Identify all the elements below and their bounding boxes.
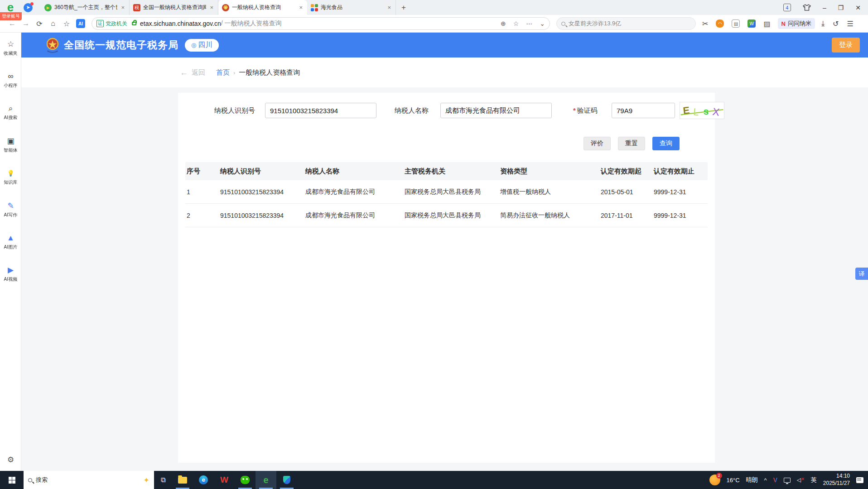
taskbar-app-explorer[interactable] [172,471,193,489]
ime-indicator[interactable]: 英 [811,476,817,484]
login-account-badge[interactable]: 登录账号 [0,12,22,20]
window-restore-button[interactable]: ❐ [838,4,844,11]
sidebar-item-knowledge[interactable]: 💡 知识库 [0,169,21,186]
volume-muted-icon[interactable]: ◁✕ [797,477,805,483]
taxpayer-id-input[interactable] [265,103,376,118]
tab-close-icon[interactable]: × [386,4,392,11]
query-button[interactable]: 查询 [652,137,680,150]
url-host: etax.sichuan.chinatax.gov.cn [140,20,221,27]
browser-toolbar: 登录账号 ← → ⟳ ⌂ ☆ AI 证 党政机关 etax.sichuan.ch… [0,15,868,33]
dropdown-chevron-icon[interactable]: ⌄ [540,20,545,27]
notification-center-icon[interactable] [856,477,863,483]
col-header-valid-from: 认定有效期起 [599,167,652,176]
bookmark-star-icon[interactable]: ☆ [513,20,519,27]
wps-extension-icon[interactable]: W [747,19,756,28]
browser-tab-bar: e ➤ ▶ 360导航_一个主页，整个世 × 税 全国一般纳税人资格查询网 × … [0,0,868,15]
reset-button[interactable]: 重置 [618,137,645,150]
sidebar-item-miniprogram[interactable]: ∞ 小程序 [0,72,21,89]
tab-tax-favicon: 税 [133,4,140,11]
geolocation-icon[interactable]: ⊕ [501,20,506,27]
ask-nano-button[interactable]: N 问问纳米 [778,18,815,29]
breadcrumb-home-link[interactable]: 首页 [216,68,230,77]
start-button[interactable] [0,471,24,489]
region-name: 四川 [198,40,212,50]
back-link[interactable]: 返回 [192,68,205,77]
tab-count-badge[interactable]: 4 [783,4,791,11]
folder-icon [178,477,187,484]
query-card: 纳税人识别号 纳税人名称 *验证码 E L s X 评价 重置 查询 [178,93,715,463]
weather-temp[interactable]: 16°C [727,477,740,484]
evaluate-button[interactable]: 评价 [583,137,611,150]
captcha-char: X [712,105,720,118]
taskbar-app-wps[interactable]: W [214,471,235,489]
game-center-icon[interactable]: ◠ [716,19,724,28]
theme-tshirt-icon[interactable] [803,4,811,11]
weather-condition[interactable]: 晴朗 [746,476,758,484]
captcha-input[interactable] [612,103,675,118]
breadcrumb-current: 一般纳税人资格查询 [239,68,300,77]
taskbar-search-box[interactable]: 搜索 ✦ [24,471,154,489]
tab-taxpayer-query-active[interactable]: ★ 一般纳税人资格查询 × [218,0,307,15]
tab-haiguang-food[interactable]: 海光食品 × [307,0,396,15]
tab-360-nav-favicon: ▶ [44,4,52,11]
history-undo-icon[interactable]: ↺ [833,19,839,28]
browser-360-logo-icon[interactable]: e [4,2,17,14]
knowledge-bulb-icon: 💡 [0,169,21,178]
more-options-icon[interactable]: ⋯ [526,20,532,27]
window-close-button[interactable]: ✕ [855,4,861,11]
home-button[interactable]: ⌂ [46,19,60,28]
download-icon[interactable]: ⤓ [821,19,825,28]
cert-label: 党政机关 [106,20,127,28]
wechat-icon [241,476,250,484]
toolbar-search-box[interactable]: 女星前夫涉诈13.9亿 [556,17,696,30]
back-button[interactable]: ← [5,19,19,28]
tray-chevron-icon[interactable]: ^ [764,477,767,484]
settings-gear-icon[interactable]: ⚙ [0,455,21,465]
sidebar-item-agent[interactable]: ▣ 智能体 [0,137,21,153]
tab-close-icon[interactable]: × [209,4,214,11]
taskbar-app-360browser[interactable]: e [256,471,276,489]
site-login-button[interactable]: 登录 [832,38,860,53]
new-tab-button[interactable]: + [396,3,411,12]
tab-tax-query-site[interactable]: 税 全国一般纳税人资格查询网 × [130,0,218,15]
reload-button[interactable]: ⟳ [33,19,46,28]
tab-360-nav[interactable]: ▶ 360导航_一个主页，整个世 × [41,0,130,15]
tab-close-icon[interactable]: × [120,4,125,11]
nav-compass-icon[interactable]: ➤ [24,3,33,12]
window-minimize-button[interactable]: – [823,4,826,11]
extensions-puzzle-icon[interactable]: ▨ [763,19,770,28]
tab-close-icon[interactable]: × [298,4,304,11]
taskbar-app-security[interactable] [276,471,297,489]
form-buttons: 评价 重置 查询 [583,137,680,150]
back-arrow-icon[interactable]: ← [180,68,188,77]
favorite-button[interactable]: ☆ [60,19,73,28]
location-pin-icon: ◎ [191,42,196,48]
sidebar-item-ai-search[interactable]: ⌕ AI搜索 [0,104,21,121]
sidebar-item-ai-video[interactable]: ▶ AI视频 [0,266,21,283]
region-selector[interactable]: ◎ 四川 [185,39,219,52]
captcha-image[interactable]: E L s X [680,102,724,119]
taskbar-clock[interactable]: 14:10 2025/11/27 [823,473,850,487]
wps-tray-icon[interactable]: V [773,476,777,484]
weather-icon[interactable]: 2 [709,475,720,485]
menu-hamburger-icon[interactable]: ☰ [847,19,853,28]
miniprogram-icon: ∞ [0,72,21,81]
forward-button[interactable]: → [19,19,33,28]
ai-assistant-icon[interactable]: AI [76,19,85,28]
reading-mode-icon[interactable]: ▤ [732,19,740,28]
notification-dot [30,2,34,5]
captcha-char: L [693,106,699,118]
screenshot-scissors-icon[interactable]: ✂ [702,19,708,28]
translate-button[interactable]: 译 [855,268,868,280]
sidebar-item-ai-image[interactable]: ▲ AI图片 [0,234,21,250]
sidebar-item-ai-writing[interactable]: ✎ AI写作 [0,201,21,218]
national-emblem-logo [46,38,59,53]
sidebar-item-favorites[interactable]: ☆ 收藏夹 [0,40,21,57]
taskbar-app-edge[interactable]: e [193,471,214,489]
taxpayer-name-input[interactable] [440,103,552,118]
task-view-button[interactable]: ⧉ [154,476,172,484]
address-bar[interactable]: 证 党政机关 etax.sichuan.chinatax.gov.cn / 一般… [92,17,550,30]
network-icon[interactable] [784,478,791,483]
tab-haiguang-favicon [311,4,318,11]
taskbar-app-wechat[interactable] [235,471,256,489]
